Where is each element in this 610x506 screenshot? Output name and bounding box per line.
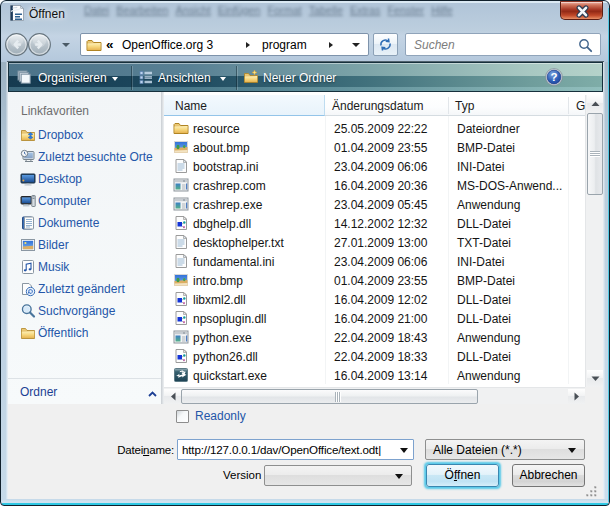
svg-text:?: ? [550, 71, 557, 83]
